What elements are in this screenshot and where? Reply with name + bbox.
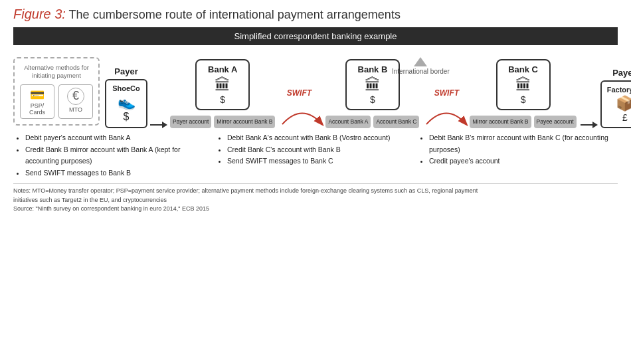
main-layout-row: Alternative methods for initiating payme… bbox=[13, 57, 618, 128]
bank-b-name: Bank B bbox=[353, 64, 392, 74]
bank-c-name: Bank C bbox=[504, 64, 543, 74]
bullet-3-1: Credit payee's account bbox=[429, 155, 615, 167]
psp-icon: 💳 bbox=[24, 88, 50, 102]
payee-name: FactoryCo bbox=[607, 86, 631, 94]
bullet-col-1: Debit payer's account with Bank A Credit… bbox=[16, 132, 211, 179]
border-arrow-icon bbox=[414, 57, 427, 66]
alt-item-psp: 💳 PSP/ Cards bbox=[20, 84, 54, 119]
bullet-2-0: Debit Bank A's account with Bank B (Vost… bbox=[227, 132, 413, 144]
alt-methods-items: 💳 PSP/ Cards € MTO bbox=[20, 84, 93, 119]
payer-section: Payer ShoeCo 👟 $ bbox=[105, 66, 147, 128]
banka-to-bankb-arrow-col: SWIFT bbox=[279, 88, 325, 128]
intl-border-label: International border bbox=[392, 68, 450, 75]
bankc-to-payee-arrow bbox=[581, 122, 600, 128]
dollar-icon: $ bbox=[112, 111, 141, 123]
bank-c-icon: 🏛 bbox=[504, 76, 543, 94]
bank-b-dollar: $ bbox=[353, 94, 392, 105]
notes-line2: initiatives such as Target2 in the EU, a… bbox=[13, 196, 618, 205]
bullet-2-2: Send SWIFT messages to Bank C bbox=[227, 155, 413, 167]
notes-line1: Notes: MTO=Money transfer operator; PSP=… bbox=[13, 187, 618, 196]
header-bar: Simplified correspondent banking example bbox=[13, 27, 618, 45]
payee-box: FactoryCo 📦 £ bbox=[600, 80, 631, 128]
figure-title: Figure 3: The cumbersome route of intern… bbox=[13, 7, 618, 22]
psp-label: PSP/ Cards bbox=[24, 102, 50, 116]
payer-to-banka-arrow bbox=[150, 122, 170, 128]
diagram-area: International border Alternative methods… bbox=[13, 57, 618, 128]
bank-a-account-0: Payer account bbox=[170, 116, 211, 128]
swift-label-1: SWIFT bbox=[287, 88, 312, 98]
bullet-list-2: Debit Bank A's account with Bank B (Vost… bbox=[218, 132, 413, 168]
bullet-2-1: Credit Bank C's account with Bank B bbox=[227, 144, 413, 156]
notes-section: Notes: MTO=Money transfer operator; PSP=… bbox=[13, 183, 618, 214]
bank-c-box: Bank C 🏛 $ bbox=[496, 59, 551, 110]
alt-item-mto: € MTO bbox=[58, 84, 93, 119]
arrow-head-right-2 bbox=[592, 122, 598, 128]
bank-b-account-1: Account Bank C bbox=[373, 116, 419, 128]
payee-section: Payee FactoryCo 📦 £ bbox=[600, 68, 631, 128]
mto-label: MTO bbox=[62, 106, 89, 113]
bank-b-accounts: Account Bank A Account Bank C bbox=[325, 116, 419, 128]
notes-source: Source: "Ninth survey on correspondent b… bbox=[13, 205, 618, 214]
figure-title-prefix: Figure 3: bbox=[13, 7, 66, 21]
bank-b-icon: 🏛 bbox=[353, 76, 392, 94]
intl-border: International border bbox=[392, 57, 450, 75]
payer-name: ShoeCo bbox=[112, 84, 141, 92]
bullets-section: Debit payer's account with Bank A Credit… bbox=[13, 132, 618, 179]
alt-methods-box: Alternative methods for initiating payme… bbox=[13, 57, 100, 126]
swift-arrow-2-svg bbox=[423, 99, 470, 128]
bullet-3-0: Debit Bank B's mirror account with Bank … bbox=[429, 132, 615, 156]
page: Figure 3: The cumbersome route of intern… bbox=[0, 0, 631, 221]
bullet-col-3: Debit Bank B's mirror account with Bank … bbox=[420, 132, 615, 179]
swift-label-2: SWIFT bbox=[434, 88, 459, 98]
bullet-col-2: Debit Bank A's account with Bank B (Vost… bbox=[218, 132, 413, 179]
arrow-line bbox=[150, 124, 162, 126]
bank-a-icon: 🏛 bbox=[203, 76, 242, 94]
payee-label: Payee bbox=[612, 68, 631, 78]
alt-methods-label: Alternative methods for initiating payme… bbox=[20, 64, 93, 80]
payer-label: Payer bbox=[114, 66, 137, 76]
bankb-to-bankc-arrow-col: SWIFT bbox=[423, 88, 470, 128]
arrow-line-2 bbox=[581, 124, 592, 126]
payer-icon: 👟 bbox=[112, 94, 141, 111]
bank-b-account-0: Account Bank A bbox=[325, 116, 371, 128]
payee-icon: 📦 bbox=[607, 95, 631, 112]
bank-a-account-1: Mirror account Bank B bbox=[214, 116, 275, 128]
figure-title-main: The cumbersome route of international pa… bbox=[66, 8, 401, 21]
bank-c-accounts: Mirror account Bank B Payee account bbox=[470, 116, 576, 128]
bank-a-box: Bank A 🏛 $ bbox=[195, 59, 250, 110]
arrow-head-right bbox=[162, 122, 167, 128]
payer-box: ShoeCo 👟 $ bbox=[105, 79, 147, 128]
bank-a-column: Bank A 🏛 $ Payer account Mirror account … bbox=[170, 59, 275, 128]
bank-a-dollar: $ bbox=[203, 94, 242, 105]
bullet-list-1: Debit payer's account with Bank A Credit… bbox=[16, 132, 211, 179]
payee-pound: £ bbox=[607, 112, 631, 123]
bank-a-accounts: Payer account Mirror account Bank B bbox=[170, 116, 275, 128]
bank-c-account-1: Payee account bbox=[534, 116, 577, 128]
mto-icon: € bbox=[67, 88, 84, 105]
bank-c-dollar: $ bbox=[504, 94, 543, 105]
bullet-1-2: Send SWIFT messages to Bank B bbox=[25, 167, 211, 179]
bank-c-account-0: Mirror account Bank B bbox=[470, 116, 531, 128]
bullet-1-0: Debit payer's account with Bank A bbox=[25, 132, 211, 144]
bank-c-column: Bank C 🏛 $ Mirror account Bank B Payee a… bbox=[470, 59, 576, 128]
bullet-1-1: Credit Bank B mirror account with Bank A… bbox=[25, 144, 211, 168]
bullet-list-3: Debit Bank B's mirror account with Bank … bbox=[420, 132, 615, 168]
bank-a-name: Bank A bbox=[203, 64, 242, 74]
swift-arrow-1-svg bbox=[279, 99, 325, 128]
